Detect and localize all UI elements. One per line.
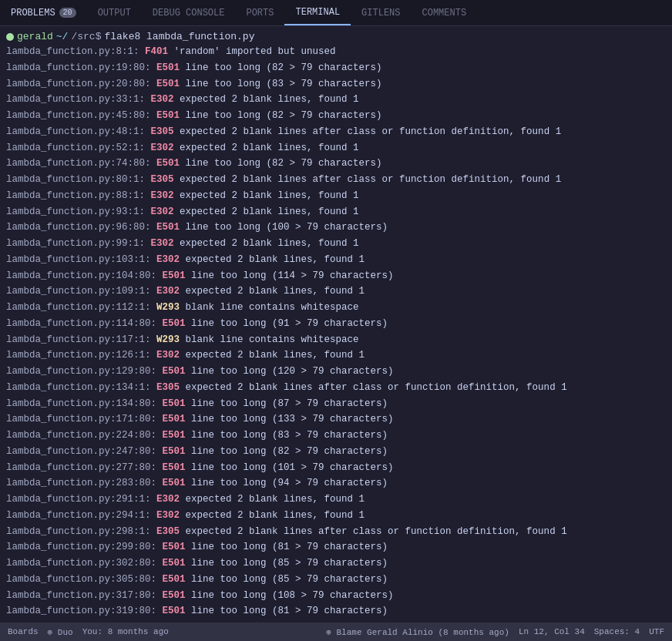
status-right: ⊕ Blame Gerald Alinio (8 months ago) Ln … — [326, 627, 664, 637]
terminal-line: lambda_function.py:74:80: E501 line too … — [0, 156, 672, 172]
terminal-line: lambda_function.py:134:1: E305 expected … — [0, 380, 672, 396]
terminal-line: lambda_function.py:129:80: E501 line too… — [0, 364, 672, 380]
terminal-line: lambda_function.py:305:80: E501 line too… — [0, 572, 672, 588]
prompt-line: gerald ~/ /src$ flake8 lambda_function.p… — [0, 29, 672, 44]
terminal-line: lambda_function.py:114:80: E501 line too… — [0, 316, 672, 332]
terminal-line: lambda_function.py:93:1: E302 expected 2… — [0, 204, 672, 220]
terminal-line: lambda_function.py:19:80: E501 line too … — [0, 60, 672, 76]
terminal-line: lambda_function.py:277:80: E501 line too… — [0, 460, 672, 476]
tab-ports[interactable]: PORTS — [235, 0, 284, 25]
terminal-line: lambda_function.py:291:1: E302 expected … — [0, 492, 672, 508]
terminal-line: lambda_function.py:298:1: E305 expected … — [0, 524, 672, 540]
terminal-line: lambda_function.py:48:1: E305 expected 2… — [0, 124, 672, 140]
status-blame: ⊕ Blame Gerald Alinio (8 months ago) — [326, 627, 509, 637]
tab-comments[interactable]: COMMENTS — [412, 0, 478, 25]
terminal-line: lambda_function.py:294:1: E302 expected … — [0, 508, 672, 524]
tab-problems[interactable]: PROBLEMS20 — [0, 0, 87, 25]
terminal-line: lambda_function.py:80:1: E305 expected 2… — [0, 172, 672, 188]
status-spaces: Spaces: 4 — [594, 627, 640, 636]
terminal-line: lambda_function.py:104:80: E501 line too… — [0, 268, 672, 284]
terminal-line: lambda_function.py:247:80: E501 line too… — [0, 444, 672, 460]
terminal-line: lambda_function.py:126:1: E302 expected … — [0, 347, 672, 364]
status-duo: ⊕ Duo — [48, 627, 73, 637]
terminal-line: lambda_function.py:8:1: F401 'random' im… — [0, 44, 672, 60]
tab-output[interactable]: OUTPUT — [87, 0, 142, 25]
terminal-line: lambda_function.py:99:1: E302 expected 2… — [0, 236, 672, 252]
terminal-line: lambda_function.py:112:1: W293 blank lin… — [0, 300, 672, 316]
terminal-line: lambda_function.py:52:1: E302 expected 2… — [0, 140, 672, 156]
terminal-line: lambda_function.py:283:80: E501 line too… — [0, 475, 672, 492]
terminal-line: lambda_function.py:117:1: W293 blank lin… — [0, 332, 672, 348]
terminal-line: lambda_function.py:20:80: E501 line too … — [0, 76, 672, 92]
terminal-line: lambda_function.py:224:80: E501 line too… — [0, 428, 672, 444]
terminal-line: lambda_function.py:88:1: E302 expected 2… — [0, 188, 672, 204]
terminal-line: lambda_function.py:45:80: E501 line too … — [0, 108, 672, 124]
terminal-output[interactable]: gerald ~/ /src$ flake8 lambda_function.p… — [0, 26, 672, 623]
output-lines: lambda_function.py:8:1: F401 'random' im… — [0, 44, 672, 623]
prompt-indicator — [6, 33, 14, 41]
terminal-line: lambda_function.py:317:80: E501 line too… — [0, 588, 672, 604]
terminal-line: lambda_function.py:103:1: E302 expected … — [0, 252, 672, 268]
terminal-line: lambda_function.py:96:80: E501 line too … — [0, 220, 672, 236]
terminal-line: lambda_function.py:109:1: E302 expected … — [0, 284, 672, 300]
terminal-line: lambda_function.py:299:80: E501 line too… — [0, 539, 672, 555]
prompt-src: /src$ — [71, 31, 101, 42]
tab-terminal[interactable]: TERMINAL — [284, 0, 351, 25]
tab-bar: PROBLEMS20OUTPUTDEBUG CONSOLEPORTSTERMIN… — [0, 0, 672, 26]
terminal-line: lambda_function.py:171:80: E501 line too… — [0, 411, 672, 428]
tab-debug-console[interactable]: DEBUG CONSOLE — [142, 0, 236, 25]
status-bar: Boards ⊕ Duo You: 8 months ago ⊕ Blame G… — [0, 623, 672, 641]
prompt-path: ~/ — [56, 31, 69, 42]
tab-gitlens[interactable]: GITLENS — [351, 0, 411, 25]
status-boards[interactable]: Boards — [8, 627, 39, 636]
status-position: Ln 12, Col 34 — [519, 627, 585, 636]
terminal-line: lambda_function.py:134:80: E501 line too… — [0, 396, 672, 412]
status-left: Boards ⊕ Duo You: 8 months ago — [8, 627, 169, 637]
prompt-command: flake8 lambda_function.py — [104, 31, 254, 42]
status-git: You: 8 months ago — [82, 627, 169, 636]
status-encoding: UTF — [649, 627, 664, 636]
prompt-user: gerald — [17, 31, 53, 42]
terminal-line: lambda_function.py:319:80: E501 line too… — [0, 603, 672, 619]
terminal-line: lambda_function.py:33:1: E302 expected 2… — [0, 92, 672, 108]
terminal-line: lambda_function.py:302:80: E501 line too… — [0, 555, 672, 572]
